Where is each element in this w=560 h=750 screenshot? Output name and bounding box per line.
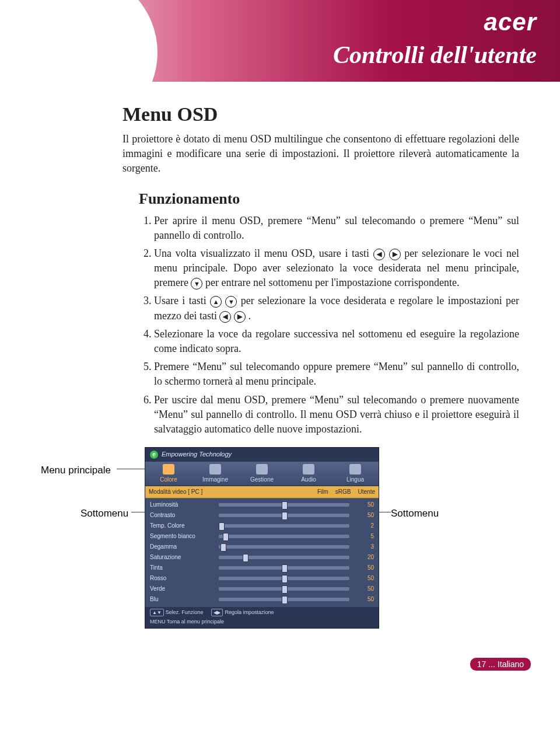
label-submenu-right: Sottomenu	[391, 507, 439, 521]
content-area: Menu OSD Il proiettore è dotato di menu …	[0, 82, 560, 646]
osd-row-value: 50	[354, 501, 374, 509]
osd-row: Blu50	[150, 594, 374, 605]
osd-row-slider	[219, 577, 349, 580]
e-logo-icon: e	[150, 451, 158, 459]
osd-row-value: 20	[354, 553, 374, 561]
osd-row-slider	[219, 587, 349, 591]
up-down-key-icon: ▲▼	[150, 609, 164, 616]
osd-row-value: 50	[354, 595, 374, 604]
callout-line	[131, 512, 145, 512]
osd-mode-row: Modalità video [ PC ] Film sRGB Utente	[145, 486, 379, 498]
section-heading: Menu OSD	[123, 100, 519, 128]
step-5: Premere “Menu” sul telecomando oppure pr…	[154, 360, 519, 389]
osd-row: Luminosità50	[150, 500, 374, 510]
step-2-text-c: per entrare nel sottomenu per l'impostaz…	[205, 277, 460, 288]
osd-row: Tinta50	[150, 563, 374, 573]
osd-footer-2: MENU Torna al menu principale	[145, 618, 379, 629]
slider-thumb-icon	[282, 512, 288, 520]
osd-tab-label: Immagine	[202, 476, 228, 483]
osd-row-name: Luminosità	[150, 501, 214, 509]
osd-tab-gestione: Gestione	[239, 462, 285, 486]
step-2-text-a: Una volta visualizzato il menu OSD, usar…	[154, 247, 373, 259]
gear-icon	[256, 464, 268, 475]
osd-tab-immagine: Immagine	[192, 462, 239, 486]
steps-list: Per aprire il menu OSD, premere “Menu” s…	[139, 214, 519, 437]
osd-row-value: 3	[354, 543, 374, 551]
osd-row-name: Tinta	[150, 564, 214, 572]
osd-tab-label: Lingua	[346, 476, 364, 483]
osd-row: Temp. Colore2	[150, 521, 374, 531]
slider-thumb-icon	[282, 501, 288, 510]
osd-row-slider	[219, 598, 349, 601]
osd-row-value: 50	[354, 574, 374, 582]
left-arrow-icon: ◀	[219, 311, 231, 323]
menu-key-icon: MENU	[150, 619, 166, 625]
osd-row-value: 50	[354, 585, 374, 593]
page-number-badge: 17 ... Italiano	[470, 658, 531, 671]
page-title: Controlli dell'utente	[333, 41, 537, 69]
slider-thumb-icon	[220, 543, 226, 552]
osd-row-slider	[219, 566, 349, 570]
osd-mode-option: sRGB	[332, 486, 355, 498]
osd-figure: Menu principale Sottomenu Sottomenu e Em…	[41, 447, 513, 629]
osd-tab-label: Colore	[160, 476, 177, 483]
step-3: Usare i tasti ▲ ▼ per selezionare la voc…	[154, 294, 519, 323]
brand-logo: acer	[484, 8, 537, 36]
palette-icon	[163, 464, 174, 475]
osd-row-slider	[219, 524, 349, 528]
slider-thumb-icon	[243, 554, 249, 562]
osd-row-name: Blu	[150, 595, 214, 604]
osd-row-name: Degamma	[150, 543, 214, 551]
down-arrow-icon: ▼	[191, 278, 202, 289]
left-arrow-icon: ◀	[373, 249, 385, 260]
osd-row: Segmento bianco5	[150, 531, 374, 542]
page-language: ... Italiano	[488, 660, 524, 669]
intro-paragraph: Il proiettore è dotato di menu OSD multi…	[123, 132, 519, 176]
osd-row-name: Rosso	[150, 574, 214, 582]
osd-row-name: Segmento bianco	[150, 532, 214, 540]
osd-row-name: Contrasto	[150, 511, 214, 519]
osd-row-slider	[219, 545, 349, 549]
osd-row-slider	[219, 535, 349, 538]
osd-row-slider	[219, 503, 349, 507]
osd-row-name: Saturazione	[150, 553, 214, 561]
osd-rows: Luminosità50Contrasto50Temp. Colore2Segm…	[145, 498, 379, 607]
osd-row: Saturazione20	[150, 552, 374, 563]
page-footer: 17 ... Italiano	[0, 658, 560, 680]
osd-row-slider	[219, 556, 349, 559]
osd-tab-audio: Audio	[285, 462, 332, 486]
label-submenu-left: Sottomenu	[80, 507, 128, 521]
osd-row-value: 50	[354, 564, 374, 572]
step-3-text-c: .	[248, 310, 251, 322]
step-3-text-a: Usare i tasti	[154, 295, 210, 306]
right-arrow-icon: ▶	[389, 249, 401, 260]
step-1: Per aprire il menu OSD, premere “Menu” s…	[154, 214, 519, 243]
osd-row: Rosso50	[150, 573, 374, 584]
callout-line	[117, 469, 145, 469]
step-6: Per uscire dal menu OSD, premere “Menu” …	[154, 393, 519, 437]
slider-thumb-icon	[282, 564, 288, 573]
slider-thumb-icon	[282, 575, 288, 583]
osd-row-value: 50	[354, 511, 374, 519]
osd-row-value: 2	[354, 522, 374, 530]
right-arrow-icon: ▶	[234, 311, 246, 323]
osd-panel: e Empowering Technology Colore Immagine …	[145, 447, 379, 629]
slider-thumb-icon	[219, 522, 225, 531]
osd-tab-lingua: Lingua	[332, 462, 379, 486]
footer-adjust: Regola impostazione	[225, 609, 274, 615]
osd-mode-option: Utente	[355, 486, 379, 498]
osd-tab-label: Audio	[301, 476, 316, 483]
osd-mode-label: Modalità video [ PC ]	[145, 486, 206, 498]
osd-row: Degamma3	[150, 542, 374, 552]
slider-thumb-icon	[223, 533, 229, 541]
osd-tab-label: Gestione	[250, 476, 274, 483]
footer-select: Selez. Funzione	[166, 609, 204, 615]
up-arrow-icon: ▲	[210, 296, 222, 308]
footer-back: Torna al menu principale	[167, 619, 224, 625]
osd-tab-colore: Colore	[145, 462, 192, 486]
header-curve	[0, 0, 158, 82]
osd-row-slider	[219, 514, 349, 517]
globe-icon	[349, 464, 361, 475]
osd-tabs: Colore Immagine Gestione Audio Lingua	[145, 462, 379, 486]
left-right-key-icon: ◀▶	[211, 609, 223, 616]
